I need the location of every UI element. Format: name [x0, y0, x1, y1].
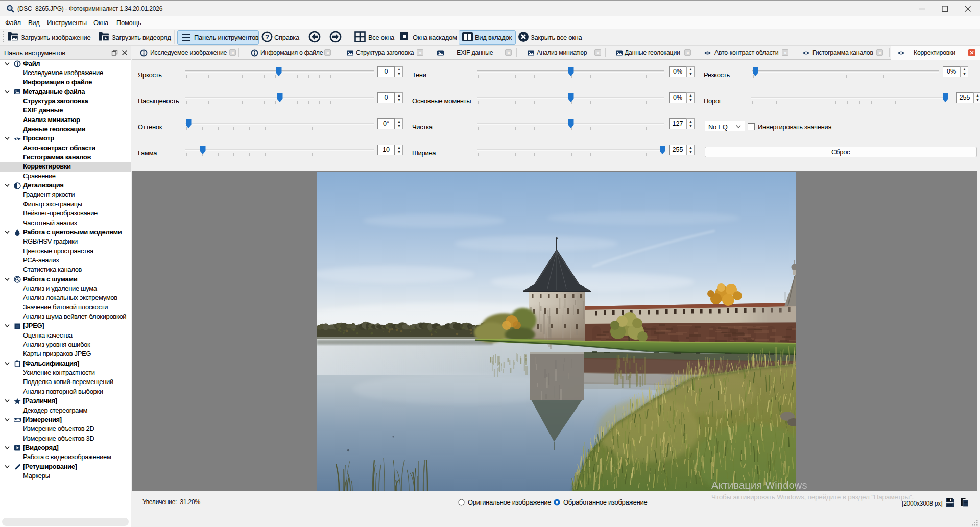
svg-text:?: ?	[265, 33, 269, 41]
